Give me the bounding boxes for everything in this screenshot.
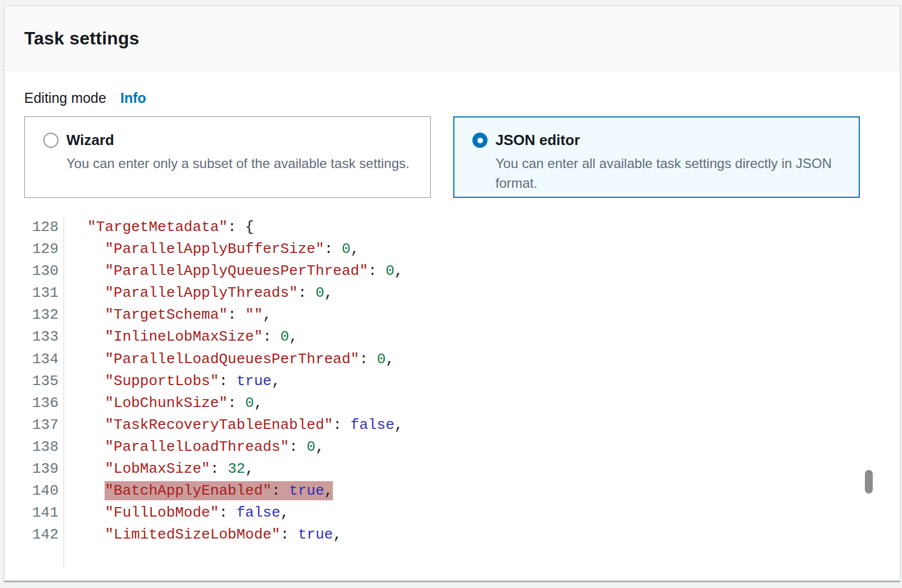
code-text: "LimitedSizeLobMode": true, (64, 524, 342, 546)
code-line[interactable]: 138 "ParallelLoadThreads": 0, (4, 436, 900, 458)
vertical-scrollbar-thumb[interactable] (865, 470, 873, 494)
line-number: 132 (4, 304, 64, 326)
code-text (64, 546, 70, 568)
line-number: 140 (4, 480, 64, 502)
line-number: 128 (4, 216, 64, 238)
line-number: 137 (4, 414, 64, 436)
line-number: 138 (4, 436, 64, 458)
code-line[interactable]: 141 "FullLobMode": false, (4, 502, 900, 524)
option-label: Wizard (66, 132, 114, 149)
option-label: JSON editor (495, 132, 580, 149)
code-text: "ParallelApplyBufferSize": 0, (64, 238, 359, 260)
code-line[interactable] (4, 546, 900, 568)
line-number: 134 (4, 349, 64, 370)
line-number: 129 (4, 238, 64, 260)
code-text: "InlineLobMaxSize": 0, (64, 326, 298, 348)
line-number: 133 (4, 326, 64, 348)
code-line[interactable]: 131 "ParallelApplyThreads": 0, (4, 282, 900, 304)
code-text: "ParallelLoadQueuesPerThread": 0, (64, 349, 394, 370)
code-text: "BatchApplyEnabled": true, (64, 480, 333, 502)
line-number: 136 (4, 392, 64, 414)
radio-selected-icon[interactable] (472, 133, 488, 148)
code-line[interactable]: 137 "TaskRecoveryTableEnabled": false, (4, 414, 900, 436)
code-text: "TaskRecoveryTableEnabled": false, (64, 414, 403, 436)
code-text: "LobMaxSize": 32, (64, 458, 254, 480)
editing-mode-label: Editing mode (24, 90, 106, 106)
code-text: "FullLobMode": false, (64, 502, 289, 524)
page-title: Task settings (24, 28, 139, 49)
code-text: "SupportLobs": true, (64, 370, 281, 392)
code-line[interactable]: 142 "LimitedSizeLobMode": true, (4, 524, 900, 546)
option-tile-json-editor-top: JSON editor (472, 132, 842, 149)
option-tile-wizard[interactable]: Wizard You can enter only a subset of th… (24, 116, 431, 198)
option-tile-wizard-top: Wizard (43, 132, 413, 149)
line-number: 139 (4, 458, 64, 480)
line-number: 131 (4, 282, 64, 304)
line-number: 135 (4, 370, 64, 392)
code-line[interactable]: 136 "LobChunkSize": 0, (4, 392, 900, 414)
code-line[interactable]: 133 "InlineLobMaxSize": 0, (4, 326, 900, 348)
code-line[interactable]: 132 "TargetSchema": "", (4, 304, 900, 326)
info-link[interactable]: Info (120, 90, 146, 106)
option-tile-json-editor[interactable]: JSON editor You can enter all available … (453, 116, 860, 198)
option-description: You can enter only a subset of the avail… (66, 153, 413, 173)
code-line[interactable]: 129 "ParallelApplyBufferSize": 0, (4, 238, 900, 260)
radio-unselected-icon[interactable] (43, 133, 58, 148)
code-text: "TargetSchema": "", (64, 304, 272, 326)
editing-mode-row: Editing mode Info (24, 90, 900, 106)
code-line[interactable]: 135 "SupportLobs": true, (4, 370, 900, 392)
task-settings-panel: Task settings Editing mode Info Wizard Y… (4, 6, 900, 582)
code-line[interactable]: 134 "ParallelLoadQueuesPerThread": 0, (4, 349, 900, 370)
editing-mode-options: Wizard You can enter only a subset of th… (24, 116, 880, 198)
line-number (4, 546, 64, 568)
highlighted-code: "BatchApplyEnabled": true, (105, 482, 333, 499)
code-line[interactable]: 130 "ParallelApplyQueuesPerThread": 0, (4, 260, 900, 282)
code-text: "ParallelApplyQueuesPerThread": 0, (64, 260, 403, 282)
json-code-editor[interactable]: 128 "TargetMetadata": {129 "ParallelAppl… (4, 216, 900, 568)
code-text: "ParallelLoadThreads": 0, (64, 436, 324, 458)
code-line[interactable]: 128 "TargetMetadata": { (4, 216, 900, 238)
code-line[interactable]: 139 "LobMaxSize": 32, (4, 458, 900, 480)
code-line[interactable]: 140 "BatchApplyEnabled": true, (4, 480, 900, 502)
code-text: "ParallelApplyThreads": 0, (64, 282, 333, 304)
line-number: 142 (4, 524, 64, 546)
code-text: "TargetMetadata": { (64, 216, 254, 238)
code-text: "LobChunkSize": 0, (64, 392, 263, 414)
option-description: You can enter all available task setting… (495, 153, 842, 193)
line-number: 130 (4, 260, 64, 282)
panel-header: Task settings (4, 6, 900, 71)
code-lines: 128 "TargetMetadata": {129 "ParallelAppl… (4, 216, 900, 568)
line-number: 141 (4, 502, 64, 524)
